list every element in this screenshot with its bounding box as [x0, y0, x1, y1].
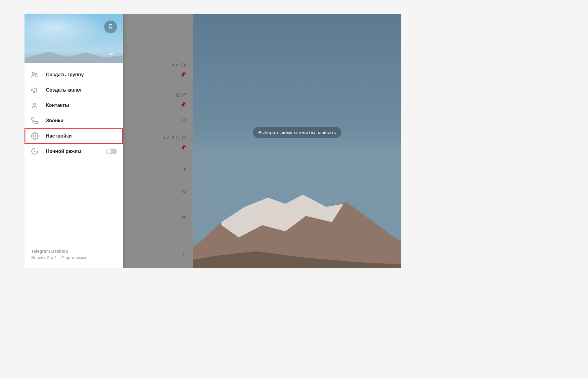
menu-item-label: Контакты: [46, 103, 69, 108]
empty-conversation-hint: Выберите, кому хотели бы написать: [253, 127, 341, 138]
menu-item-label: Настройки: [46, 133, 72, 139]
app-name-label: Telegram Desktop: [31, 248, 116, 255]
bookmark-icon: [108, 24, 113, 30]
phone-icon: [31, 117, 39, 125]
menu-item-label: Звонки: [46, 118, 63, 123]
account-switcher-toggle[interactable]: [107, 51, 115, 59]
drawer-header: [24, 14, 123, 63]
menu-item-label: Ночной режим: [46, 149, 81, 154]
group-icon: [31, 71, 39, 79]
main-menu-drawer: Создать группуСоздать каналКонтактыЗвонк…: [24, 14, 123, 268]
night-mode-toggle[interactable]: [106, 149, 117, 154]
svg-point-2: [33, 103, 36, 105]
menu-item-moon[interactable]: Ночной режим: [24, 144, 123, 159]
menu-item-megaphone[interactable]: Создать канал: [24, 82, 123, 98]
menu-item-label: Создать канал: [46, 87, 81, 93]
chat-background-mountain: [193, 185, 401, 268]
menu-item-group[interactable]: Создать группу: [24, 67, 123, 82]
conversation-pane: Выберите, кому хотели бы написать: [193, 14, 401, 268]
svg-point-3: [34, 135, 36, 137]
saved-messages-button[interactable]: [104, 21, 117, 33]
menu-list: Создать группуСоздать каналКонтактыЗвонк…: [24, 63, 123, 248]
app-window: Выберите, кому хотели бы написать ✓✓ Ср📌…: [24, 14, 401, 268]
menu-item-phone[interactable]: Звонки: [24, 113, 123, 128]
menu-item-label: Создать группу: [46, 72, 84, 78]
app-version-label[interactable]: Версия 2.4.7 – О программе: [31, 255, 116, 261]
menu-item-person[interactable]: Контакты: [24, 98, 123, 113]
svg-point-0: [32, 72, 34, 74]
moon-icon: [31, 147, 39, 155]
menu-item-gear[interactable]: Настройки: [24, 128, 123, 144]
drawer-footer: Telegram Desktop Версия 2.4.7 – О програ…: [24, 248, 123, 268]
gear-icon: [31, 132, 39, 140]
person-icon: [31, 101, 39, 109]
svg-point-1: [35, 73, 37, 75]
megaphone-icon: [31, 86, 39, 94]
chevron-down-icon: [108, 51, 115, 59]
